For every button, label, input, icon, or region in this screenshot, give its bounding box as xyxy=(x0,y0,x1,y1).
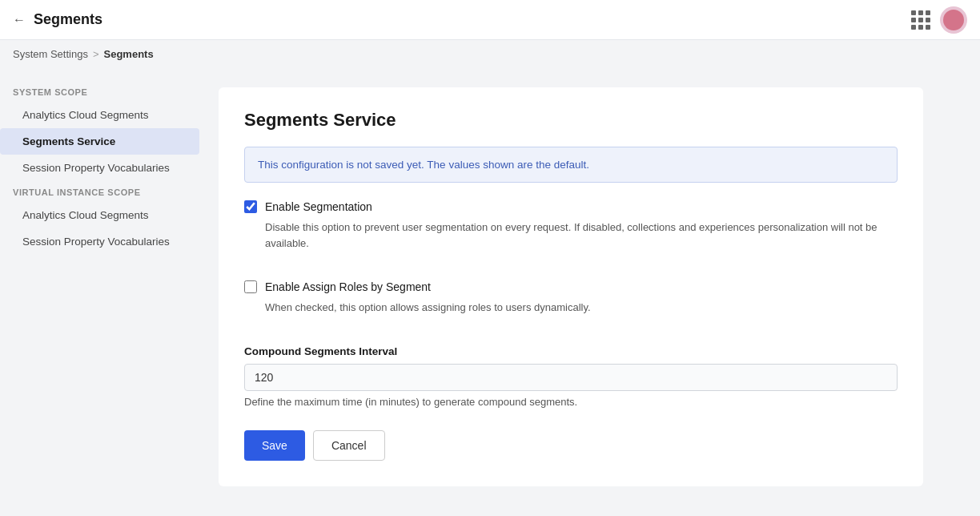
top-nav: ← Segments xyxy=(0,0,980,40)
grid-dot xyxy=(926,25,930,30)
grid-dot xyxy=(918,18,923,22)
grid-dot xyxy=(911,18,916,22)
sidebar-virtual-scope-title: VIRTUAL INSTANCE SCOPE xyxy=(0,181,199,202)
top-nav-left: ← Segments xyxy=(13,11,102,28)
cancel-button[interactable]: Cancel xyxy=(313,430,385,461)
sidebar-item-session-property-virtual[interactable]: Session Property Vocabularies xyxy=(0,228,199,255)
breadcrumb: System Settings > Segments xyxy=(0,40,980,68)
breadcrumb-current: Segments xyxy=(104,48,154,60)
sidebar: SYSTEM SCOPE Analytics Cloud Segments Se… xyxy=(0,68,199,515)
enable-segmentation-row: Enable Segmentation xyxy=(244,200,898,213)
compound-interval-input[interactable] xyxy=(244,364,898,391)
enable-assign-roles-section: Enable Assign Roles by Segment When chec… xyxy=(244,280,898,316)
content-card: Segments Service This configuration is n… xyxy=(219,87,923,486)
content-title: Segments Service xyxy=(244,110,898,131)
divider-1 xyxy=(244,267,898,268)
enable-segmentation-label[interactable]: Enable Segmentation xyxy=(265,200,372,213)
save-button[interactable]: Save xyxy=(244,430,305,461)
sidebar-item-analytics-cloud-system[interactable]: Analytics Cloud Segments xyxy=(0,102,199,128)
enable-assign-roles-checkbox[interactable] xyxy=(244,280,257,293)
compound-interval-label: Compound Segments Interval xyxy=(244,345,898,357)
sidebar-system-scope-title: SYSTEM SCOPE xyxy=(0,81,199,102)
avatar-inner xyxy=(943,10,964,30)
enable-assign-roles-label[interactable]: Enable Assign Roles by Segment xyxy=(265,280,431,293)
main-content: Segments Service This configuration is n… xyxy=(199,68,980,515)
info-banner: This configuration is not saved yet. The… xyxy=(244,147,898,183)
compound-segments-section: Compound Segments Interval Define the ma… xyxy=(244,345,898,408)
grid-dot xyxy=(926,10,930,15)
enable-segmentation-section: Enable Segmentation Disable this option … xyxy=(244,200,898,251)
breadcrumb-parent[interactable]: System Settings xyxy=(13,48,88,60)
compound-interval-hint: Define the maximum time (in minutes) to … xyxy=(244,396,898,408)
page-title: Segments xyxy=(34,11,102,28)
avatar[interactable] xyxy=(940,6,967,34)
enable-segmentation-checkbox[interactable] xyxy=(244,200,257,213)
enable-segmentation-hint: Disable this option to prevent user segm… xyxy=(265,220,898,251)
grid-dot xyxy=(926,18,930,22)
sidebar-item-segments-service[interactable]: Segments Service xyxy=(0,128,199,155)
back-button[interactable]: ← xyxy=(13,13,26,27)
breadcrumb-separator: > xyxy=(93,48,99,60)
top-nav-right xyxy=(911,6,967,34)
grid-dot xyxy=(918,10,923,15)
grid-dot xyxy=(911,10,916,15)
grid-dot xyxy=(911,25,916,30)
button-row: Save Cancel xyxy=(244,430,898,461)
grid-icon[interactable] xyxy=(911,10,930,30)
sidebar-item-analytics-cloud-virtual[interactable]: Analytics Cloud Segments xyxy=(0,202,199,228)
layout: SYSTEM SCOPE Analytics Cloud Segments Se… xyxy=(0,68,980,515)
enable-assign-roles-hint: When checked, this option allows assigni… xyxy=(265,300,898,316)
enable-assign-roles-row: Enable Assign Roles by Segment xyxy=(244,280,898,293)
grid-dot xyxy=(918,25,923,30)
sidebar-item-session-property-system[interactable]: Session Property Vocabularies xyxy=(0,155,199,181)
divider-2 xyxy=(244,332,898,333)
